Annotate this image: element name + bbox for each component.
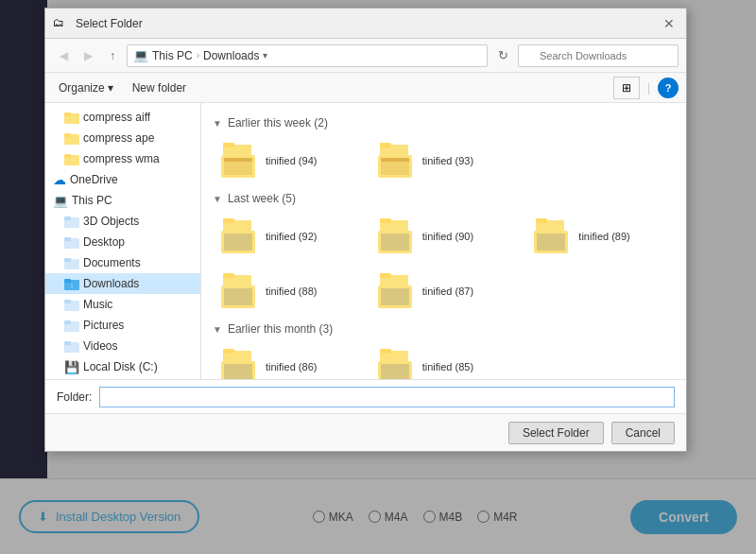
folder-icon	[64, 298, 79, 311]
file-thumb-90	[375, 216, 415, 256]
svg-rect-7	[64, 216, 71, 220]
folder-icon	[64, 215, 79, 228]
cancel-button[interactable]: Cancel	[611, 422, 675, 444]
sidebar-item-downloads[interactable]: ↓ Downloads	[45, 273, 200, 294]
svg-rect-32	[223, 218, 234, 223]
breadcrumb-this-pc[interactable]: This PC	[152, 49, 193, 62]
sidebar-item-music[interactable]: Music	[45, 294, 200, 315]
sidebar-item-compress-wma[interactable]: compress wma	[45, 148, 200, 169]
sidebar-item-compress-ape[interactable]: compress ape	[45, 128, 200, 148]
folder-icon	[64, 111, 79, 124]
file-item-tinified-89[interactable]: tinified (89)	[525, 213, 675, 260]
up-button[interactable]: ↑	[102, 45, 123, 66]
breadcrumb-icon: 💻	[133, 48, 148, 62]
svg-rect-27	[380, 143, 391, 147]
file-item-tinified-90[interactable]: tinified (90)	[369, 213, 519, 260]
svg-rect-52	[223, 349, 234, 354]
svg-rect-22	[223, 143, 234, 147]
group-label-earlier-this-week: Earlier this week (2)	[228, 116, 328, 130]
pc-icon: 💻	[53, 194, 68, 208]
group-label-earlier-this-month: Earlier this month (3)	[228, 322, 333, 336]
folder-icon	[64, 131, 79, 145]
sidebar-item-desktop[interactable]: Desktop	[45, 232, 200, 252]
files-grid-earlier-this-week: tinified (94) tinified (93)	[213, 137, 675, 184]
sidebar-item-pictures[interactable]: Pictures	[45, 315, 200, 336]
svg-rect-9	[64, 237, 71, 241]
svg-rect-11	[64, 258, 71, 262]
folder-input[interactable]	[99, 387, 675, 407]
svg-rect-30	[381, 158, 409, 162]
file-item-tinified-93[interactable]: tinified (93)	[369, 137, 519, 184]
disk-icon: 💾	[64, 360, 79, 374]
group-arrow-last-week: ▼	[213, 194, 222, 204]
folder-label: Folder:	[57, 390, 92, 404]
folder-icon	[64, 339, 79, 353]
file-item-tinified-85[interactable]: tinified (85)	[369, 343, 519, 379]
back-button[interactable]: ◀	[53, 45, 74, 66]
file-thumb-85	[375, 347, 415, 379]
group-earlier-this-month[interactable]: ▼ Earlier this month (3)	[213, 322, 675, 336]
group-earlier-this-week[interactable]: ▼ Earlier this week (2)	[213, 116, 675, 130]
group-last-week[interactable]: ▼ Last week (5)	[213, 192, 675, 205]
file-thumb-94	[218, 141, 258, 181]
right-panel: ▼ Earlier this week (2) tinified (94	[201, 103, 686, 379]
breadcrumb: 💻 This PC › Downloads ▾	[127, 44, 488, 67]
file-thumb-86	[218, 347, 258, 379]
svg-rect-44	[223, 273, 234, 278]
select-folder-dialog: 🗂 Select Folder ✕ ◀ ▶ ↑ 💻 This PC › Down…	[44, 8, 687, 452]
select-folder-button[interactable]: Select Folder	[508, 422, 604, 444]
folder-icon	[64, 152, 79, 165]
file-item-tinified-94[interactable]: tinified (94)	[213, 137, 362, 184]
svg-rect-54	[224, 364, 252, 379]
file-thumb-92	[218, 216, 258, 256]
sidebar-tree: compress aiff compress ape c	[45, 103, 200, 379]
sidebar-item-network[interactable]: 🌐 Network	[45, 377, 200, 379]
folder-input-row: Folder:	[45, 379, 686, 413]
svg-rect-18	[64, 320, 71, 324]
svg-rect-1	[64, 113, 71, 116]
close-button[interactable]: ✕	[660, 14, 679, 33]
group-arrow-earlier-this-month: ▼	[213, 324, 222, 335]
file-thumb-88	[218, 271, 258, 311]
svg-rect-58	[381, 364, 409, 379]
toolbar-sep: |	[647, 81, 650, 95]
file-item-tinified-88[interactable]: tinified (88)	[213, 268, 362, 315]
dialog-buttons: Select Folder Cancel	[45, 413, 686, 451]
help-button[interactable]: ?	[658, 78, 679, 98]
svg-rect-3	[64, 133, 71, 137]
forward-button[interactable]: ▶	[77, 45, 98, 66]
file-item-tinified-86[interactable]: tinified (86)	[213, 343, 362, 379]
organize-dropdown-icon: ▾	[108, 81, 113, 95]
sidebar-item-this-pc[interactable]: 💻 This PC	[45, 190, 200, 211]
file-item-tinified-92[interactable]: tinified (92)	[213, 213, 362, 260]
breadcrumb-downloads[interactable]: Downloads	[203, 49, 259, 62]
files-grid-last-week: tinified (92) tinified (90)	[213, 213, 675, 315]
svg-rect-38	[381, 234, 409, 251]
refresh-button[interactable]: ↻	[491, 44, 514, 67]
view-button[interactable]: ⊞	[613, 77, 640, 99]
new-folder-button[interactable]: New folder	[127, 79, 192, 96]
left-panel: compress aiff compress ape c	[45, 103, 201, 379]
sidebar-item-onedrive[interactable]: ☁ OneDrive	[45, 169, 200, 190]
breadcrumb-dropdown[interactable]: ▾	[263, 50, 267, 61]
folder-download-icon: ↓	[64, 277, 79, 290]
svg-rect-5	[64, 154, 71, 158]
sidebar-item-3d-objects[interactable]: 3D Objects	[45, 211, 200, 232]
svg-rect-34	[224, 234, 252, 251]
svg-text:↓: ↓	[70, 282, 74, 288]
dialog-body: compress aiff compress ape c	[45, 103, 686, 379]
sidebar-item-compress-aiff[interactable]: compress aiff	[45, 107, 200, 128]
search-input[interactable]	[518, 44, 679, 67]
sidebar-item-videos[interactable]: Videos	[45, 336, 200, 356]
organize-button[interactable]: Organize ▾	[53, 79, 119, 96]
file-item-tinified-87[interactable]: tinified (87)	[369, 268, 519, 315]
file-thumb-93	[375, 141, 415, 181]
file-thumb-87	[375, 271, 415, 311]
sidebar-item-documents[interactable]: Documents	[45, 252, 200, 273]
folder-icon	[64, 235, 79, 249]
folder-icon	[64, 256, 79, 269]
onedrive-icon: ☁	[53, 172, 66, 187]
sidebar-item-local-disk[interactable]: 💾 Local Disk (C:)	[45, 356, 200, 377]
group-arrow-earlier-this-week: ▼	[213, 118, 222, 129]
svg-rect-25	[224, 158, 252, 162]
